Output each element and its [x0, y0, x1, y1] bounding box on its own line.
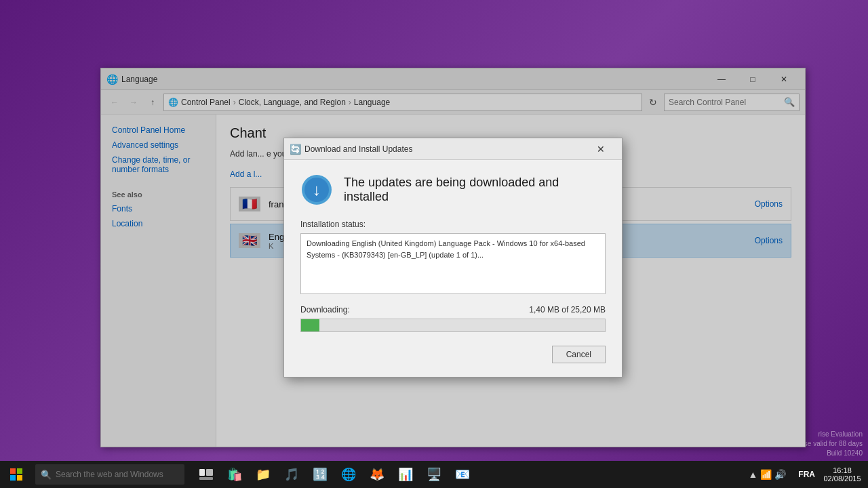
- dialog-title-icon: 🔄: [290, 144, 300, 155]
- taskbar-explorer-icon[interactable]: 📁: [250, 461, 277, 488]
- progress-bar-fill: [301, 319, 319, 331]
- svg-rect-7: [199, 469, 205, 476]
- taskbar-calc-icon[interactable]: 🔢: [307, 461, 334, 488]
- taskbar-ie-icon[interactable]: 🌐: [335, 461, 362, 488]
- svg-rect-4: [17, 468, 22, 474]
- tray-network-icon[interactable]: 📶: [760, 469, 772, 480]
- taskbar-firefox-icon[interactable]: 🦊: [363, 461, 391, 488]
- dialog-header-icon: ↓: [300, 174, 333, 206]
- tray-language-indicator[interactable]: FRA: [794, 470, 819, 479]
- dialog-downloading-label: Downloading:: [300, 305, 350, 314]
- taskbar-app9-icon[interactable]: 📧: [449, 461, 476, 488]
- svg-rect-5: [10, 475, 16, 481]
- dialog-body: ↓ The updates are being downloaded and i…: [284, 160, 622, 377]
- desktop: rise Evaluation Windows License valid fo…: [0, 0, 868, 488]
- taskbar-groove-icon[interactable]: 🎵: [278, 461, 305, 488]
- dialog-status-label: Installation status:: [300, 220, 606, 229]
- svg-rect-3: [10, 468, 16, 474]
- dialog-status-box: Downloading English (United Kingdom) Lan…: [300, 233, 606, 294]
- download-progress-bar: [300, 319, 606, 332]
- svg-rect-8: [206, 469, 213, 476]
- svg-rect-6: [17, 475, 22, 481]
- dialog-titlebar: 🔄 Download and Install Updates ✕: [284, 138, 622, 160]
- taskbar-app8-icon[interactable]: 🖥️: [420, 461, 448, 488]
- taskbar: 🔍 🛍️ 📁 🎵 🔢 🌐 🦊 📊 🖥️ 📧 ▲: [0, 461, 868, 488]
- dialog-close-button[interactable]: ✕: [585, 138, 616, 160]
- taskbar-tray: ▲ 📶 🔊 FRA 16:18 02/08/2015: [748, 466, 868, 483]
- dialog-overlay: 🔄 Download and Install Updates ✕ ↓: [101, 68, 805, 447]
- taskbar-search-input[interactable]: [56, 470, 178, 479]
- taskbar-task-view-button[interactable]: [193, 461, 220, 488]
- tray-clock[interactable]: 16:18 02/08/2015: [822, 466, 863, 483]
- dialog-download-row: Downloading: 1,40 MB of 25,20 MB: [300, 305, 606, 314]
- taskbar-store-icon[interactable]: 🛍️: [221, 461, 248, 488]
- taskbar-app7-icon[interactable]: 📊: [392, 461, 419, 488]
- tray-up-arrow[interactable]: ▲: [748, 469, 757, 480]
- dialog-title-text: Download and Install Updates: [304, 144, 585, 154]
- tray-icons: ▲ 📶 🔊: [748, 469, 786, 480]
- dialog-header: ↓ The updates are being downloaded and i…: [300, 174, 606, 206]
- taskbar-search-bar: 🔍: [35, 464, 184, 485]
- dialog-footer: Cancel: [300, 346, 606, 363]
- taskbar-search-icon: 🔍: [41, 470, 52, 480]
- dialog-cancel-button[interactable]: Cancel: [552, 346, 606, 363]
- taskbar-pinned-icons: 🛍️ 📁 🎵 🔢 🌐 🦊 📊 🖥️ 📧: [193, 461, 476, 488]
- download-install-dialog: 🔄 Download and Install Updates ✕ ↓: [283, 138, 623, 378]
- svg-rect-9: [199, 477, 213, 480]
- dialog-header-title: The updates are being downloaded and ins…: [344, 176, 606, 204]
- control-panel-window: 🌐 Language — □ ✕ ← → ↑ 🌐 Control Panel ›…: [100, 68, 806, 447]
- svg-text:↓: ↓: [313, 180, 321, 199]
- dialog-download-size: 1,40 MB of 25,20 MB: [529, 305, 606, 314]
- tray-volume-icon[interactable]: 🔊: [774, 469, 786, 480]
- start-button[interactable]: [0, 461, 33, 488]
